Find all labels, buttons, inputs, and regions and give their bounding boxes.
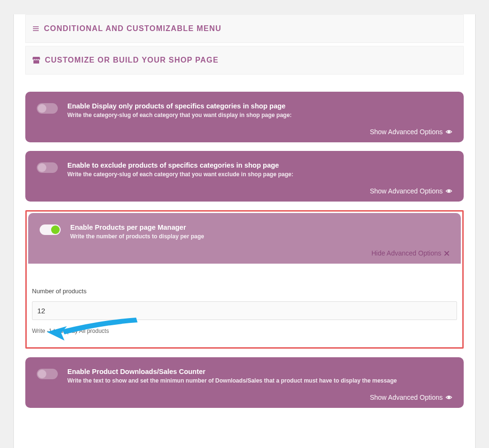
panel-footer-label: Show Advanced Options (370, 128, 443, 136)
close-icon (444, 251, 449, 256)
hide-advanced-options-link[interactable]: Hide Advanced Options (28, 245, 461, 264)
panel-title: Enable to exclude products of specifics … (67, 161, 452, 169)
panel-title: Enable Product Downloads/Sales Counter (67, 368, 452, 375)
field-help-products-count: Write -1 to display All products (32, 328, 457, 334)
show-advanced-options-link[interactable]: Show Advanced Options (25, 389, 464, 408)
panel-subtitle: Write the category-slug of each category… (67, 171, 452, 178)
show-advanced-options-link[interactable]: Show Advanced Options (25, 182, 464, 202)
eye-icon (446, 189, 452, 193)
panel-display-only-categories: Enable Display only products of specific… (25, 92, 464, 142)
show-advanced-options-link[interactable]: Show Advanced Options (25, 123, 464, 142)
toggle-products-per-page[interactable] (40, 224, 61, 235)
field-label-products-count: Number of products (32, 288, 457, 295)
panel-products-per-page-highlighted: Enable Products per page Manager Write t… (25, 210, 464, 349)
accordion-title: CONDITIONAL AND CUSTOMIZABLE MENU (44, 24, 222, 33)
shop-icon (32, 57, 40, 64)
eye-icon (446, 129, 452, 134)
panel-footer-label: Show Advanced Options (370, 187, 443, 195)
panel-downloads-sales-counter: Enable Product Downloads/Sales Counter W… (25, 357, 464, 408)
panel-subtitle: Write the number of products to display … (70, 233, 449, 240)
svg-point-3 (448, 131, 450, 133)
panel-subtitle: Write the category-slug of each category… (67, 112, 452, 118)
eye-icon (446, 395, 452, 400)
accordion-title: CUSTOMIZE OR BUILD YOUR SHOP PAGE (45, 56, 219, 64)
panel-title: Enable Products per page Manager (70, 224, 449, 231)
panel-subtitle: Write the text to show and set the minim… (67, 377, 452, 384)
svg-point-7 (448, 396, 450, 398)
panel-exclude-categories: Enable to exclude products of specifics … (25, 151, 464, 202)
panel-footer-label: Hide Advanced Options (372, 249, 441, 257)
toggle-downloads-counter[interactable] (37, 369, 58, 379)
toggle-display-only[interactable] (37, 103, 58, 114)
toggle-exclude-categories[interactable] (37, 162, 58, 173)
input-products-count[interactable] (32, 301, 457, 320)
accordion-customize-shop[interactable]: CUSTOMIZE OR BUILD YOUR SHOP PAGE (25, 46, 464, 75)
menu-icon (32, 25, 39, 32)
accordion-conditional-menu[interactable]: CONDITIONAL AND CUSTOMIZABLE MENU (25, 14, 464, 43)
panel-footer-label: Show Advanced Options (370, 394, 443, 401)
svg-point-4 (448, 190, 450, 192)
panel-title: Enable Display only products of specific… (67, 102, 452, 110)
